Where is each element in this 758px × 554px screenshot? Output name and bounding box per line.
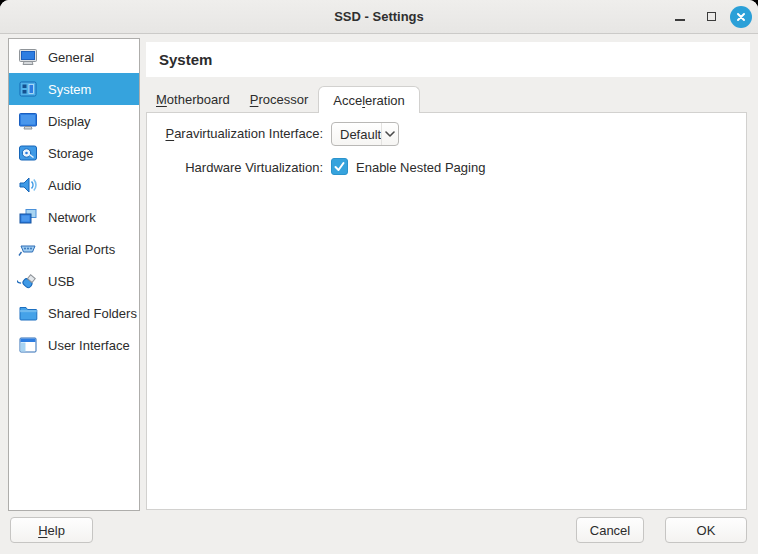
close-button[interactable]	[730, 6, 752, 28]
sidebar-item-usb[interactable]: USB	[9, 265, 139, 297]
hardware-virtualization-label: Hardware Virtualization:	[147, 160, 323, 175]
chevron-down-icon	[381, 123, 398, 145]
sidebar-item-shared-folders[interactable]: Shared Folders	[9, 297, 139, 329]
window-title: SSD - Settings	[334, 9, 424, 24]
sidebar-item-label: USB	[48, 274, 75, 289]
sidebar-item-label: General	[48, 50, 94, 65]
sidebar-item-label: Shared Folders	[48, 306, 137, 321]
nested-paging-checkbox[interactable]	[331, 158, 348, 175]
sidebar-item-audio[interactable]: Audio	[9, 169, 139, 201]
sidebar-item-label: Audio	[48, 178, 81, 193]
sidebar-item-display[interactable]: Display	[9, 105, 139, 137]
cancel-button[interactable]: Cancel	[576, 517, 644, 543]
minimize-icon	[675, 19, 685, 21]
nested-paging-label[interactable]: Enable Nested Paging	[356, 160, 485, 175]
network-icon	[17, 206, 39, 228]
window-controls	[668, 0, 752, 33]
tab-acceleration[interactable]: Acceleration	[318, 86, 420, 113]
sidebar-item-serial-ports[interactable]: Serial Ports	[9, 233, 139, 265]
sidebar-item-storage[interactable]: Storage	[9, 137, 139, 169]
ok-button[interactable]: OK	[665, 517, 747, 543]
minimize-button[interactable]	[668, 5, 692, 29]
help-button[interactable]: Help	[10, 517, 93, 543]
sidebar-item-general[interactable]: General	[9, 41, 139, 73]
display-icon	[17, 110, 39, 132]
sidebar-item-label: Serial Ports	[48, 242, 115, 257]
settings-window: SSD - Settings General	[0, 0, 758, 554]
sidebar-item-label: System	[48, 82, 91, 97]
acceleration-panel: Paravirtualization Interface: Default Ha…	[146, 112, 747, 510]
usb-icon	[17, 270, 39, 292]
sidebar-item-system[interactable]: System	[9, 73, 139, 105]
paravirtualization-value: Default	[332, 127, 381, 142]
maximize-button[interactable]	[699, 5, 723, 29]
tab-motherboard[interactable]: Motherboard	[146, 86, 240, 113]
maximize-icon	[707, 12, 716, 21]
sidebar-item-user-interface[interactable]: User Interface	[9, 329, 139, 361]
general-icon	[17, 46, 39, 68]
close-icon	[736, 12, 746, 22]
serial-ports-icon	[17, 238, 39, 260]
check-icon	[333, 160, 346, 173]
page-header: System	[146, 42, 750, 77]
paravirtualization-select[interactable]: Default	[331, 122, 399, 146]
sidebar: General System Display	[8, 38, 140, 511]
sidebar-item-label: User Interface	[48, 338, 130, 353]
sidebar-item-network[interactable]: Network	[9, 201, 139, 233]
titlebar: SSD - Settings	[0, 0, 758, 34]
audio-icon	[17, 174, 39, 196]
shared-folders-icon	[17, 302, 39, 324]
user-interface-icon	[17, 334, 39, 356]
system-icon	[17, 78, 39, 100]
sidebar-item-label: Display	[48, 114, 91, 129]
tab-processor[interactable]: Processor	[240, 86, 319, 113]
page-title: System	[146, 51, 212, 68]
storage-icon	[17, 142, 39, 164]
sidebar-item-label: Storage	[48, 146, 94, 161]
paravirtualization-label: Paravirtualization Interface:	[147, 126, 323, 141]
tab-bar: Motherboard Processor Acceleration	[146, 86, 420, 113]
sidebar-item-label: Network	[48, 210, 96, 225]
